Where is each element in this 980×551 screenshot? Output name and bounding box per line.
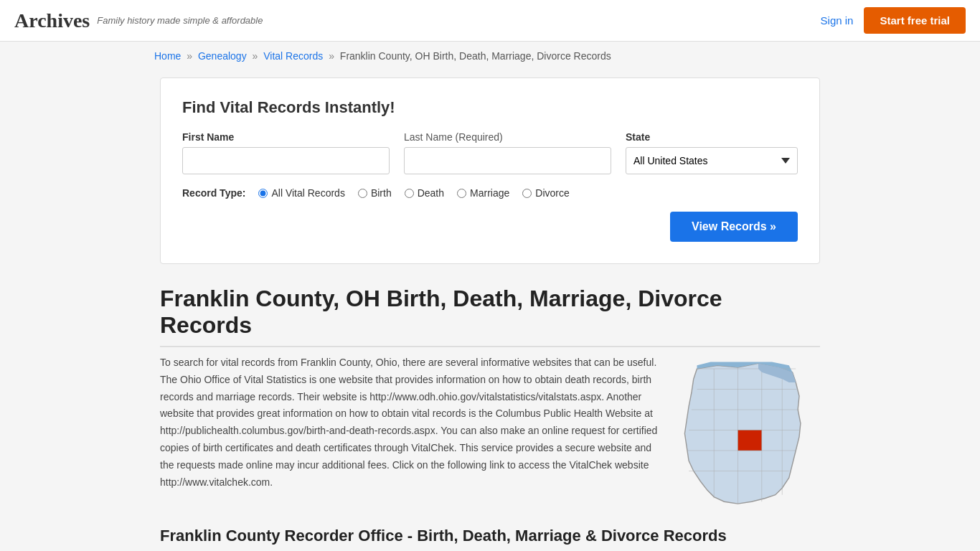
view-records-button[interactable]: View Records » xyxy=(670,212,798,242)
search-form-title: Find Vital Records Instantly! xyxy=(182,98,798,117)
radio-item-death[interactable]: Death xyxy=(405,187,444,199)
logo-tagline: Family history made simple & affordable xyxy=(97,15,263,26)
first-name-label: First Name xyxy=(182,131,390,143)
breadcrumb-vital-records[interactable]: Vital Records xyxy=(263,50,323,62)
svg-rect-12 xyxy=(738,430,762,451)
signin-link[interactable]: Sign in xyxy=(821,14,854,27)
breadcrumb-genealogy[interactable]: Genealogy xyxy=(198,50,247,62)
radio-group: All Vital RecordsBirthDeathMarriageDivor… xyxy=(258,187,569,199)
last-name-input[interactable] xyxy=(404,147,611,174)
main-content: Find Vital Records Instantly! First Name… xyxy=(146,70,834,551)
radio-label-4: Divorce xyxy=(535,187,569,199)
state-field: State All United StatesAlabamaAlaskaAriz… xyxy=(626,131,798,174)
form-fields-row: First Name Last Name (Required) State Al… xyxy=(182,131,798,174)
radio-label-0: All Vital Records xyxy=(271,187,344,199)
radio-item-divorce[interactable]: Divorce xyxy=(522,187,569,199)
section-heading: Franklin County Recorder Office - Birth,… xyxy=(160,527,820,551)
last-name-field: Last Name (Required) xyxy=(404,131,611,174)
last-name-label: Last Name (Required) xyxy=(404,131,611,143)
radio-item-marriage[interactable]: Marriage xyxy=(457,187,509,199)
ohio-map-svg xyxy=(677,362,813,512)
radio-label-1: Birth xyxy=(371,187,392,199)
search-form-container: Find Vital Records Instantly! First Name… xyxy=(160,77,820,264)
state-label: State xyxy=(626,131,798,143)
first-name-input[interactable] xyxy=(182,147,390,174)
record-type-row: Record Type: All Vital RecordsBirthDeath… xyxy=(182,187,798,199)
breadcrumb: Home » Genealogy » Vital Records » Frank… xyxy=(0,42,980,70)
ohio-map xyxy=(677,354,820,505)
record-type-label: Record Type: xyxy=(182,187,245,199)
radio-label-2: Death xyxy=(418,187,444,199)
breadcrumb-sep3: » xyxy=(329,50,334,62)
content-section: To search for vital records from Frankli… xyxy=(160,354,820,505)
radio-label-3: Marriage xyxy=(470,187,509,199)
start-trial-button[interactable]: Start free trial xyxy=(864,7,966,34)
view-records-row: View Records » xyxy=(182,212,798,242)
header-right: Sign in Start free trial xyxy=(821,7,966,34)
state-select[interactable]: All United StatesAlabamaAlaskaArizonaArk… xyxy=(626,147,798,174)
header-left: Archives Family history made simple & af… xyxy=(14,9,263,32)
page-title: Franklin County, OH Birth, Death, Marria… xyxy=(160,286,820,347)
breadcrumb-sep1: » xyxy=(187,50,192,62)
breadcrumb-sep2: » xyxy=(253,50,258,62)
radio-item-all-vital-records[interactable]: All Vital Records xyxy=(258,187,344,199)
content-text: To search for vital records from Frankli… xyxy=(160,354,662,505)
logo: Archives xyxy=(14,9,90,32)
first-name-field: First Name xyxy=(182,131,390,174)
radio-item-birth[interactable]: Birth xyxy=(358,187,392,199)
breadcrumb-current: Franklin County, OH Birth, Death, Marria… xyxy=(340,50,611,62)
breadcrumb-home[interactable]: Home xyxy=(154,50,181,62)
header: Archives Family history made simple & af… xyxy=(0,0,980,42)
